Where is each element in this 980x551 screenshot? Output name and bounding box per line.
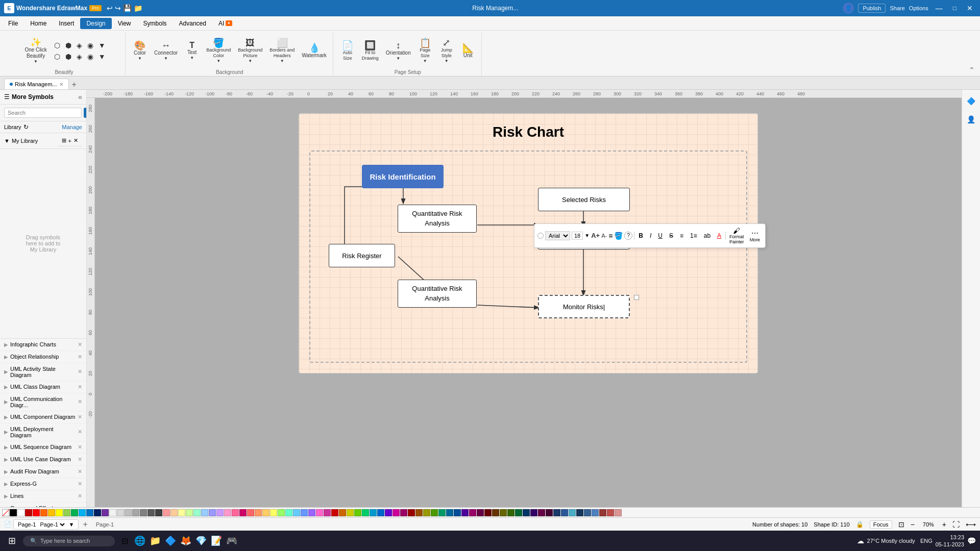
color-swatch-yellow2[interactable] [56,509,63,516]
sidebar-item-express[interactable]: ▶ Express-G ✕ [0,478,86,490]
color-swatch-purple[interactable] [102,509,109,516]
color-swatch-g49[interactable] [477,509,484,516]
shape-risk-identification[interactable]: Risk Identification [362,165,444,188]
color-swatch-g12[interactable] [193,509,201,516]
close-uml-seq-icon[interactable]: ✕ [78,444,82,450]
color-swatch-orange[interactable] [40,509,47,516]
one-click-beautify-btn[interactable]: ✨ One ClickBeautify ▼ [20,36,51,66]
background-color-btn[interactable]: 🪣 BackgroundColor ▼ [203,36,234,65]
ribbon-expand-btn[interactable]: ⌃ [967,64,977,76]
beautify-btn-7[interactable]: ⬢ [63,52,74,62]
close-uml-comm-icon[interactable]: ✕ [78,398,82,405]
menu-home[interactable]: Home [24,18,53,29]
connector-btn[interactable]: ↔ Connector ▼ [151,39,181,63]
color-swatch-g47[interactable] [461,509,469,516]
numbered-list-btn[interactable]: 1≡ [688,231,700,240]
maximize-btn[interactable]: □ [950,5,960,12]
font-family-select[interactable]: Arial [545,231,570,240]
format-painter-btn[interactable]: 🖌 Format Painter [727,226,746,245]
close-btn[interactable]: ✕ [964,4,976,12]
add-library-icon[interactable]: ⊞ [62,137,66,144]
search-input[interactable] [4,108,82,118]
color-swatch-g50[interactable] [484,509,492,516]
zoom-out-btn[interactable]: − [911,520,915,529]
color-swatch-green2[interactable] [71,509,78,516]
shape-qra-2[interactable]: Quantitative Risk Analysis [398,280,477,308]
close-uml-comp-icon[interactable]: ✕ [78,414,82,420]
user-avatar[interactable]: 👤 [843,3,854,14]
color-swatch-navy[interactable] [94,509,101,516]
beautify-btn-9[interactable]: ◉ [85,52,95,62]
watermark-btn[interactable]: 💧 Watermark [299,41,330,61]
color-swatch-g22[interactable] [270,509,277,516]
color-swatch-g18[interactable] [239,509,247,516]
menu-advanced[interactable]: Advanced [173,18,212,29]
color-swatch-blue2[interactable] [86,509,93,516]
color-swatch-g29[interactable] [324,509,331,516]
color-swatch-g19[interactable] [247,509,254,516]
color-swatch-g4[interactable] [132,509,139,516]
sidebar-item-object-relationship[interactable]: ▶ Object Relationship ✕ [0,351,86,363]
options-btn[interactable]: Options [909,5,928,11]
color-swatch-g27[interactable] [308,509,315,516]
color-swatch-g65[interactable] [599,509,606,516]
notifications-btn[interactable]: 💬 [967,537,976,545]
color-swatch-g2[interactable] [117,509,124,516]
color-swatch-g48[interactable] [469,509,476,516]
zoom-in-btn[interactable]: + [942,520,946,529]
text-color-btn[interactable]: A [715,231,724,240]
beautify-btn-10[interactable]: ▼ [96,52,108,62]
color-swatch-g30[interactable] [331,509,338,516]
color-swatch-g20[interactable] [255,509,262,516]
color-swatch-g54[interactable] [515,509,522,516]
right-panel-icon-2[interactable]: 👤 [964,112,978,127]
menu-design[interactable]: Design [80,18,111,29]
redo-btn[interactable]: ↪ [115,4,121,12]
color-swatch-g34[interactable] [362,509,369,516]
chevron-size-down[interactable]: ▼ [584,233,590,238]
sidebar-collapse-btn[interactable]: « [78,93,82,101]
color-swatch-g16[interactable] [224,509,231,516]
page-select[interactable]: Page-1 [38,521,66,528]
color-swatch-g15[interactable] [216,509,224,516]
color-swatch-g55[interactable] [523,509,530,516]
tab-risk-management[interactable]: Risk Managem... ✕ [4,79,69,89]
sidebar-item-infographic[interactable]: ▶ Infographic Charts ✕ [0,339,86,351]
color-swatch-g32[interactable] [347,509,354,516]
expand-icon[interactable]: + [68,138,71,144]
color-swatch-g40[interactable] [408,509,415,516]
color-swatch-red1[interactable] [25,509,32,516]
sidebar-item-uml-component[interactable]: ▶ UML Component Diagram ✕ [0,411,86,423]
taskbar-app-3[interactable]: 💎 [194,534,208,547]
close-uml-use-icon[interactable]: ✕ [78,456,82,463]
taskbar-app-1[interactable]: 🔷 [164,534,177,547]
color-swatch-g21[interactable] [262,509,270,516]
color-swatch-g52[interactable] [500,509,507,516]
color-swatch-g33[interactable] [354,509,361,516]
focus-btn[interactable]: Focus [870,520,892,529]
color-swatch-g67[interactable] [615,509,622,516]
shape-risk-register[interactable]: Risk Register [329,244,395,267]
color-swatch-g38[interactable] [393,509,400,516]
shape-qra-1[interactable]: Quantitative Risk Analysis [398,205,477,233]
borders-headers-btn[interactable]: ⬜ Borders andHeaders ▼ [266,36,298,65]
color-swatch-g35[interactable] [370,509,377,516]
color-swatch-g8[interactable] [163,509,170,516]
help-icon[interactable]: ? [624,232,632,240]
close-object-icon[interactable]: ✕ [78,354,82,360]
color-swatch-g44[interactable] [438,509,446,516]
color-swatch-g9[interactable] [170,509,178,516]
right-panel-icon-1[interactable]: 🔷 [964,94,978,108]
italic-btn[interactable]: I [647,231,654,240]
close-uml-dep-icon[interactable]: ✕ [78,429,82,435]
decrease-font-btn[interactable]: A- [601,233,607,239]
color-swatch-g61[interactable] [569,509,576,516]
close-infographic-icon[interactable]: ✕ [78,341,82,348]
color-swatch-dk2[interactable] [17,509,24,516]
color-swatch-g1[interactable] [109,509,116,516]
color-swatch-g59[interactable] [553,509,560,516]
color-swatch-g3[interactable] [125,509,132,516]
menu-ai[interactable]: AI ✦ [212,18,238,29]
taskbar-search[interactable]: 🔍 Type here to search [23,536,115,546]
color-swatch-g28[interactable] [316,509,323,516]
